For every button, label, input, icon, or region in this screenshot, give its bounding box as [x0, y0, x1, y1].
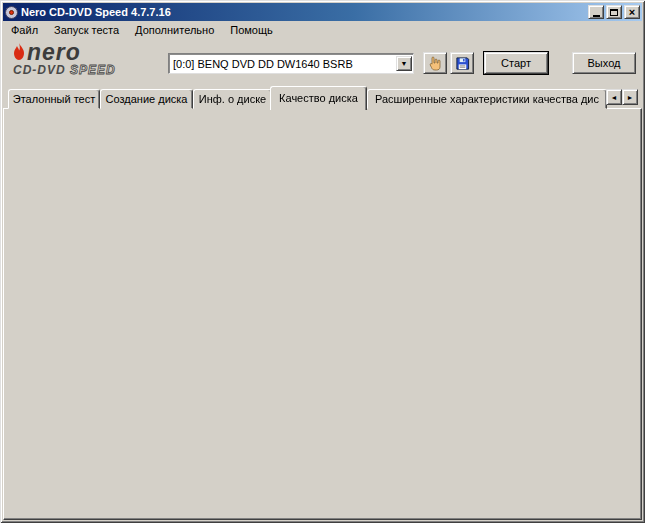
close-button[interactable]: × — [624, 5, 640, 19]
logo-name: nero — [27, 41, 81, 63]
arrow-left-icon: ◄ — [611, 94, 618, 101]
drive-select[interactable]: [0:0] BENQ DVD DD DW1640 BSRB ▼ — [168, 53, 414, 74]
logo-product: CD-DVD — [13, 63, 66, 77]
drive-select-value: [0:0] BENQ DVD DD DW1640 BSRB — [169, 58, 395, 70]
window-title: Nero CD-DVD Speed 4.7.7.16 — [21, 6, 585, 18]
tab-scroll-left-button[interactable]: ◄ — [606, 89, 622, 105]
maximize-button[interactable] — [606, 5, 622, 19]
toolbar: nero CD-DVD SPEED [0:0] BENQ DVD DD DW16… — [3, 39, 642, 87]
hand-pen-icon — [427, 55, 443, 71]
tab-advanced-quality[interactable]: Расширенные характеристики качества дис — [367, 89, 607, 109]
quality-tab-page — [3, 108, 642, 520]
save-button[interactable] — [450, 52, 474, 74]
title-bar[interactable]: Nero CD-DVD Speed 4.7.7.16 × — [3, 3, 642, 21]
minimize-icon — [593, 15, 600, 17]
tab-disc-quality[interactable]: Качество диска — [270, 86, 367, 110]
menu-item-file[interactable]: Файл — [3, 22, 46, 38]
app-window: Nero CD-DVD Speed 4.7.7.16 × Файл Запуск… — [0, 0, 645, 523]
tab-benchmark[interactable]: Эталонный тест — [8, 89, 100, 109]
app-icon — [5, 6, 18, 19]
logo-product-speed: SPEED — [70, 63, 116, 77]
chevron-down-icon: ▼ — [401, 60, 408, 67]
menu-item-run-test[interactable]: Запуск теста — [46, 22, 127, 38]
menu-bar: Файл Запуск теста Дополнительно Помощь — [3, 21, 642, 39]
comment-button[interactable] — [423, 52, 447, 74]
arrow-right-icon: ► — [627, 94, 634, 101]
tab-scroll-right-button[interactable]: ► — [622, 89, 638, 105]
drive-select-arrow[interactable]: ▼ — [396, 56, 412, 71]
nero-logo: nero CD-DVD SPEED — [13, 41, 116, 77]
exit-button[interactable]: Выход — [572, 52, 636, 74]
tab-create-disc[interactable]: Создание диска — [100, 89, 193, 109]
minimize-button[interactable] — [588, 5, 604, 19]
tab-disc-info[interactable]: Инф. о диске — [193, 89, 272, 109]
floppy-save-icon — [455, 56, 470, 71]
start-button[interactable]: Старт — [484, 52, 548, 74]
menu-item-extra[interactable]: Дополнительно — [127, 22, 222, 38]
menu-item-help[interactable]: Помощь — [222, 22, 281, 38]
logo-flame-icon — [13, 43, 25, 61]
exit-button-label: Выход — [588, 57, 621, 69]
start-button-label: Старт — [501, 57, 531, 69]
maximize-icon — [610, 9, 618, 16]
